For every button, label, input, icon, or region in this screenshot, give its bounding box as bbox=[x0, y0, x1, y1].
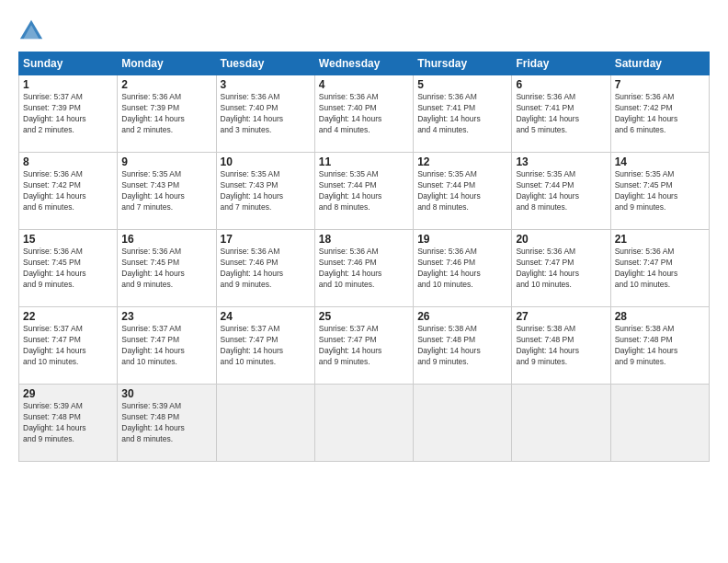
calendar-body: 1Sunrise: 5:37 AM Sunset: 7:39 PM Daylig… bbox=[19, 75, 710, 462]
day-number: 5 bbox=[417, 78, 507, 91]
table-row: 5Sunrise: 5:36 AM Sunset: 7:41 PM Daylig… bbox=[414, 75, 512, 153]
col-sunday: Sunday bbox=[19, 52, 118, 75]
calendar-header: Sunday Monday Tuesday Wednesday Thursday… bbox=[19, 52, 710, 75]
table-row: 3Sunrise: 5:36 AM Sunset: 7:40 PM Daylig… bbox=[216, 75, 314, 153]
day-number: 25 bbox=[319, 310, 409, 323]
table-row bbox=[314, 385, 413, 462]
logo-icon bbox=[18, 17, 44, 42]
day-number: 23 bbox=[121, 310, 211, 323]
day-number: 20 bbox=[516, 233, 606, 246]
table-row bbox=[414, 385, 512, 462]
day-number: 29 bbox=[23, 387, 113, 400]
table-row: 27Sunrise: 5:38 AM Sunset: 7:48 PM Dayli… bbox=[512, 307, 610, 385]
day-number: 10 bbox=[221, 155, 311, 168]
table-row: 20Sunrise: 5:36 AM Sunset: 7:47 PM Dayli… bbox=[512, 230, 610, 307]
day-info: Sunrise: 5:35 AM Sunset: 7:43 PM Dayligh… bbox=[221, 169, 311, 213]
day-info: Sunrise: 5:39 AM Sunset: 7:48 PM Dayligh… bbox=[23, 401, 113, 445]
table-row: 1Sunrise: 5:37 AM Sunset: 7:39 PM Daylig… bbox=[19, 75, 118, 153]
day-number: 8 bbox=[23, 155, 113, 168]
table-row: 28Sunrise: 5:38 AM Sunset: 7:48 PM Dayli… bbox=[610, 307, 709, 385]
col-tuesday: Tuesday bbox=[216, 52, 314, 75]
table-row: 6Sunrise: 5:36 AM Sunset: 7:41 PM Daylig… bbox=[512, 75, 610, 153]
col-thursday: Thursday bbox=[414, 52, 512, 75]
table-row: 17Sunrise: 5:36 AM Sunset: 7:46 PM Dayli… bbox=[216, 230, 314, 307]
table-row: 26Sunrise: 5:38 AM Sunset: 7:48 PM Dayli… bbox=[414, 307, 512, 385]
table-row: 19Sunrise: 5:36 AM Sunset: 7:46 PM Dayli… bbox=[414, 230, 512, 307]
calendar-week-2: 8Sunrise: 5:36 AM Sunset: 7:42 PM Daylig… bbox=[19, 153, 710, 230]
day-info: Sunrise: 5:36 AM Sunset: 7:47 PM Dayligh… bbox=[516, 247, 606, 291]
day-info: Sunrise: 5:38 AM Sunset: 7:48 PM Dayligh… bbox=[516, 324, 606, 368]
table-row: 29Sunrise: 5:39 AM Sunset: 7:48 PM Dayli… bbox=[19, 385, 118, 462]
day-number: 15 bbox=[23, 233, 113, 246]
table-row: 8Sunrise: 5:36 AM Sunset: 7:42 PM Daylig… bbox=[19, 153, 118, 230]
day-number: 27 bbox=[516, 310, 606, 323]
table-row: 18Sunrise: 5:36 AM Sunset: 7:46 PM Dayli… bbox=[314, 230, 413, 307]
calendar-week-5: 29Sunrise: 5:39 AM Sunset: 7:48 PM Dayli… bbox=[19, 385, 710, 462]
table-row: 11Sunrise: 5:35 AM Sunset: 7:44 PM Dayli… bbox=[314, 153, 413, 230]
day-number: 19 bbox=[417, 233, 507, 246]
day-number: 6 bbox=[516, 78, 606, 91]
day-number: 9 bbox=[121, 155, 211, 168]
table-row: 24Sunrise: 5:37 AM Sunset: 7:47 PM Dayli… bbox=[216, 307, 314, 385]
day-number: 22 bbox=[23, 310, 113, 323]
day-number: 13 bbox=[516, 155, 606, 168]
day-info: Sunrise: 5:35 AM Sunset: 7:45 PM Dayligh… bbox=[615, 169, 705, 213]
day-info: Sunrise: 5:38 AM Sunset: 7:48 PM Dayligh… bbox=[417, 324, 507, 368]
day-number: 26 bbox=[417, 310, 507, 323]
table-row: 22Sunrise: 5:37 AM Sunset: 7:47 PM Dayli… bbox=[19, 307, 118, 385]
table-row: 25Sunrise: 5:37 AM Sunset: 7:47 PM Dayli… bbox=[314, 307, 413, 385]
col-monday: Monday bbox=[118, 52, 216, 75]
day-info: Sunrise: 5:36 AM Sunset: 7:42 PM Dayligh… bbox=[615, 92, 705, 136]
day-info: Sunrise: 5:38 AM Sunset: 7:48 PM Dayligh… bbox=[615, 324, 705, 368]
day-info: Sunrise: 5:35 AM Sunset: 7:44 PM Dayligh… bbox=[417, 169, 507, 213]
table-row: 14Sunrise: 5:35 AM Sunset: 7:45 PM Dayli… bbox=[610, 153, 709, 230]
day-number: 18 bbox=[319, 233, 409, 246]
day-info: Sunrise: 5:36 AM Sunset: 7:39 PM Dayligh… bbox=[121, 92, 211, 136]
day-number: 3 bbox=[221, 78, 311, 91]
page: Sunday Monday Tuesday Wednesday Thursday… bbox=[0, 0, 728, 563]
day-info: Sunrise: 5:36 AM Sunset: 7:46 PM Dayligh… bbox=[417, 247, 507, 291]
table-row: 4Sunrise: 5:36 AM Sunset: 7:40 PM Daylig… bbox=[314, 75, 413, 153]
col-wednesday: Wednesday bbox=[314, 52, 413, 75]
table-row: 30Sunrise: 5:39 AM Sunset: 7:48 PM Dayli… bbox=[118, 385, 216, 462]
calendar-week-3: 15Sunrise: 5:36 AM Sunset: 7:45 PM Dayli… bbox=[19, 230, 710, 307]
day-number: 4 bbox=[319, 78, 409, 91]
day-number: 12 bbox=[417, 155, 507, 168]
day-info: Sunrise: 5:37 AM Sunset: 7:47 PM Dayligh… bbox=[121, 324, 211, 368]
day-info: Sunrise: 5:37 AM Sunset: 7:39 PM Dayligh… bbox=[23, 92, 113, 136]
day-info: Sunrise: 5:36 AM Sunset: 7:46 PM Dayligh… bbox=[319, 247, 409, 291]
day-number: 28 bbox=[615, 310, 705, 323]
day-number: 30 bbox=[121, 387, 211, 400]
day-number: 1 bbox=[23, 78, 113, 91]
day-info: Sunrise: 5:36 AM Sunset: 7:47 PM Dayligh… bbox=[615, 247, 705, 291]
table-row: 7Sunrise: 5:36 AM Sunset: 7:42 PM Daylig… bbox=[610, 75, 709, 153]
table-row: 12Sunrise: 5:35 AM Sunset: 7:44 PM Dayli… bbox=[414, 153, 512, 230]
table-row: 16Sunrise: 5:36 AM Sunset: 7:45 PM Dayli… bbox=[118, 230, 216, 307]
header-row: Sunday Monday Tuesday Wednesday Thursday… bbox=[19, 52, 710, 75]
calendar-week-4: 22Sunrise: 5:37 AM Sunset: 7:47 PM Dayli… bbox=[19, 307, 710, 385]
day-number: 2 bbox=[121, 78, 211, 91]
day-info: Sunrise: 5:37 AM Sunset: 7:47 PM Dayligh… bbox=[221, 324, 311, 368]
day-info: Sunrise: 5:35 AM Sunset: 7:44 PM Dayligh… bbox=[516, 169, 606, 213]
table-row bbox=[610, 385, 709, 462]
day-number: 7 bbox=[615, 78, 705, 91]
table-row: 13Sunrise: 5:35 AM Sunset: 7:44 PM Dayli… bbox=[512, 153, 610, 230]
day-info: Sunrise: 5:36 AM Sunset: 7:45 PM Dayligh… bbox=[121, 247, 211, 291]
day-number: 14 bbox=[615, 155, 705, 168]
table-row: 23Sunrise: 5:37 AM Sunset: 7:47 PM Dayli… bbox=[118, 307, 216, 385]
day-info: Sunrise: 5:36 AM Sunset: 7:40 PM Dayligh… bbox=[319, 92, 409, 136]
table-row: 15Sunrise: 5:36 AM Sunset: 7:45 PM Dayli… bbox=[19, 230, 118, 307]
day-info: Sunrise: 5:35 AM Sunset: 7:43 PM Dayligh… bbox=[121, 169, 211, 213]
table-row: 21Sunrise: 5:36 AM Sunset: 7:47 PM Dayli… bbox=[610, 230, 709, 307]
day-number: 17 bbox=[221, 233, 311, 246]
table-row: 9Sunrise: 5:35 AM Sunset: 7:43 PM Daylig… bbox=[118, 153, 216, 230]
table-row: 2Sunrise: 5:36 AM Sunset: 7:39 PM Daylig… bbox=[118, 75, 216, 153]
day-number: 16 bbox=[121, 233, 211, 246]
day-number: 24 bbox=[221, 310, 311, 323]
day-info: Sunrise: 5:36 AM Sunset: 7:40 PM Dayligh… bbox=[221, 92, 311, 136]
table-row bbox=[216, 385, 314, 462]
day-number: 21 bbox=[615, 233, 705, 246]
day-info: Sunrise: 5:37 AM Sunset: 7:47 PM Dayligh… bbox=[319, 324, 409, 368]
calendar: Sunday Monday Tuesday Wednesday Thursday… bbox=[18, 52, 710, 462]
logo bbox=[18, 17, 48, 42]
